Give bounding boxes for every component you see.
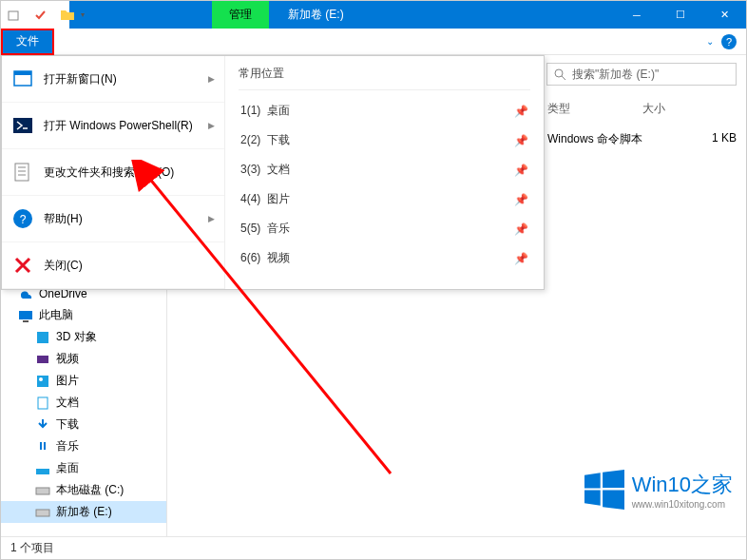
- location-item[interactable]: 5(5) 音乐📌: [239, 214, 530, 243]
- menu-powershell[interactable]: 打开 Windows PowerShell(R) ▶: [2, 103, 224, 149]
- manage-tab[interactable]: 管理: [212, 1, 269, 29]
- pin-icon[interactable]: 📌: [514, 252, 528, 265]
- folder-icon[interactable]: [60, 8, 75, 23]
- svg-point-20: [555, 69, 563, 77]
- window-controls: ─ ☐ ✕: [615, 1, 746, 29]
- nav-icon: [35, 352, 50, 367]
- chevron-down-icon[interactable]: ⌄: [706, 36, 714, 47]
- nav-icon: [35, 374, 50, 389]
- locations-header: 常用位置: [239, 66, 530, 90]
- menu-close[interactable]: 关闭(C): [2, 242, 224, 289]
- location-item[interactable]: 1(1) 桌面📌: [239, 96, 530, 126]
- menu-label: 更改文件夹和搜索选项(O): [44, 164, 215, 181]
- watermark: Win10之家 www.win10xitong.com: [584, 470, 733, 510]
- help-icon[interactable]: ?: [721, 34, 737, 49]
- chevron-right-icon: ▶: [208, 74, 215, 84]
- watermark-title: Win10之家: [632, 471, 733, 499]
- nav-icon: [35, 396, 50, 411]
- menu-label: 打开新窗口(N): [44, 71, 199, 87]
- svg-rect-11: [23, 320, 29, 322]
- nav-item[interactable]: 桌面: [1, 457, 166, 479]
- svg-rect-18: [36, 488, 49, 494]
- svg-point-15: [39, 377, 43, 381]
- watermark-url: www.win10xitong.com: [632, 499, 733, 510]
- chevron-right-icon: ▶: [208, 121, 215, 130]
- location-item[interactable]: 3(3) 文档📌: [239, 155, 530, 184]
- powershell-icon: [11, 114, 34, 137]
- minimize-button[interactable]: ─: [615, 1, 659, 29]
- nav-item[interactable]: 本地磁盘 (C:): [1, 479, 166, 501]
- window-icon: [11, 68, 34, 90]
- svg-rect-14: [37, 376, 48, 387]
- svg-rect-13: [37, 356, 48, 363]
- chevron-right-icon: ▶: [208, 214, 215, 223]
- svg-text:?: ?: [20, 213, 27, 226]
- svg-rect-16: [38, 397, 48, 409]
- svg-rect-12: [37, 332, 48, 343]
- svg-line-21: [562, 76, 565, 80]
- nav-item[interactable]: 文档: [1, 392, 166, 414]
- menu-label: 打开 Windows PowerShell(R): [44, 118, 199, 134]
- chevron-down-icon[interactable]: ▾: [81, 10, 85, 19]
- nav-icon: [35, 483, 50, 498]
- location-item[interactable]: 6(6) 视频📌: [239, 243, 530, 273]
- content-area: 打开新窗口(N) ▶ 打开 Windows PowerShell(R) ▶ 更改…: [1, 55, 746, 536]
- help-icon: ?: [11, 207, 34, 230]
- ribbon-bar: 文件 ⌄ ?: [1, 29, 746, 55]
- menu-help[interactable]: ? 帮助(H) ▶: [2, 196, 224, 242]
- title-bar: ▾ 管理 新加卷 (E:) ─ ☐ ✕: [1, 1, 746, 29]
- nav-item[interactable]: 图片: [1, 370, 166, 392]
- checkmark-icon[interactable]: [33, 8, 48, 23]
- search-placeholder: 搜索"新加卷 (E:)": [572, 67, 659, 83]
- file-size-cell: 1 KB: [712, 131, 737, 147]
- nav-item[interactable]: 新加卷 (E:): [1, 501, 166, 523]
- pin-icon[interactable]: 📌: [514, 134, 528, 147]
- file-tab[interactable]: 文件: [1, 29, 54, 55]
- nav-icon: [35, 417, 50, 433]
- pin-icon[interactable]: 📌: [514, 193, 528, 206]
- column-headers[interactable]: 类型 大小: [547, 101, 737, 117]
- nav-thispc[interactable]: 此电脑: [1, 304, 166, 326]
- nav-item[interactable]: 视频: [1, 348, 166, 370]
- menu-label: 帮助(H): [44, 211, 199, 227]
- svg-rect-19: [36, 510, 49, 516]
- item-count: 1 个项目: [10, 540, 54, 556]
- column-size[interactable]: 大小: [642, 101, 737, 117]
- nav-item[interactable]: 3D 对象: [1, 326, 166, 348]
- location-item[interactable]: 4(4) 图片📌: [239, 184, 530, 214]
- pin-icon[interactable]: 📌: [514, 222, 528, 236]
- properties-icon[interactable]: [7, 8, 22, 23]
- svg-rect-10: [19, 311, 32, 319]
- nav-icon: [35, 439, 50, 454]
- nav-item[interactable]: 音乐: [1, 435, 166, 457]
- menu-label: 关闭(C): [44, 258, 215, 274]
- window-title: 新加卷 (E:): [269, 7, 363, 23]
- menu-folder-options[interactable]: 更改文件夹和搜索选项(O): [2, 149, 224, 196]
- svg-rect-4: [15, 164, 29, 181]
- nav-icon: [35, 505, 50, 520]
- pin-icon[interactable]: 📌: [514, 164, 528, 177]
- svg-rect-0: [9, 11, 18, 20]
- close-icon: [11, 254, 34, 277]
- search-input[interactable]: 搜索"新加卷 (E:)": [546, 63, 737, 86]
- search-icon: [553, 68, 566, 81]
- nav-icon: [35, 461, 50, 476]
- svg-rect-17: [36, 469, 49, 474]
- location-item[interactable]: 2(2) 下载📌: [239, 126, 530, 155]
- nav-item[interactable]: 下载: [1, 414, 166, 435]
- menu-new-window[interactable]: 打开新窗口(N) ▶: [2, 56, 224, 103]
- maximize-button[interactable]: ☐: [659, 1, 702, 29]
- file-type-cell: Windows 命令脚本: [547, 131, 712, 147]
- quick-access-toolbar: ▾: [1, 1, 69, 29]
- svg-rect-2: [14, 71, 31, 75]
- nav-icon: [35, 330, 50, 345]
- windows-logo-icon: [584, 470, 624, 510]
- pin-icon[interactable]: 📌: [514, 105, 528, 118]
- status-bar: 1 个项目: [1, 536, 746, 559]
- file-row[interactable]: Windows 命令脚本 1 KB: [547, 131, 737, 147]
- column-type[interactable]: 类型: [547, 101, 642, 117]
- options-icon: [11, 161, 34, 183]
- file-menu: 打开新窗口(N) ▶ 打开 Windows PowerShell(R) ▶ 更改…: [1, 55, 545, 290]
- close-button[interactable]: ✕: [702, 1, 746, 29]
